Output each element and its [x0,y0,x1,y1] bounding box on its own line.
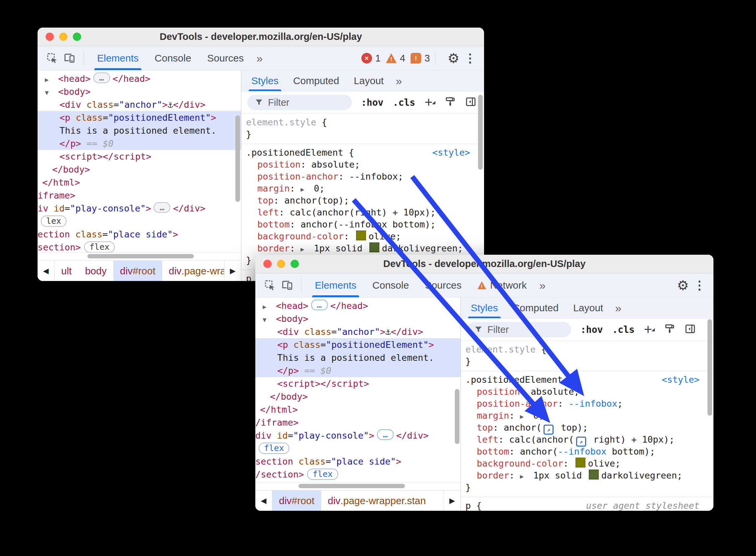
style-line[interactable]: position-anchor: --infobox; [465,398,714,410]
styles-vertical-scrollbar[interactable] [478,95,483,170]
flex-badge[interactable]: flex [84,241,115,252]
style-line[interactable]: border: ▶1px solid darkolivegreen; [465,470,714,482]
flex-badge[interactable]: lex [41,215,67,227]
more-tabs-button[interactable]: » [610,298,626,318]
tab-network[interactable]: !Network [469,273,535,297]
errors-badge[interactable]: ×1 [361,53,381,64]
issues-badge[interactable]: !3 [410,53,430,64]
tree-row[interactable]: This is a positioned element. [38,124,241,137]
tab-styles[interactable]: Styles [244,70,286,91]
tree-row[interactable]: ection class="place side"> [38,228,241,241]
style-line[interactable]: p {user agent stylesheet [465,500,714,511]
style-line[interactable]: position: absolute; [465,386,714,398]
stylesheet-link[interactable]: <style> [432,147,470,159]
new-style-rule-button[interactable]: +◢ [644,323,655,336]
tree-row[interactable]: section>flex [38,241,241,252]
color-swatch-darkolivegreen[interactable] [369,242,379,252]
tree-row[interactable]: /iframe> [255,416,461,429]
breadcrumb-item[interactable]: div#root [113,261,162,281]
search-input[interactable]: Filter [247,95,352,110]
style-line[interactable]: left: calc(anchor(↗ right) + 10px); [465,433,714,446]
tree-horizontal-scrollbar[interactable] [255,482,461,490]
style-line[interactable]: } [465,482,714,493]
breadcrumb-item[interactable]: div.page-wra [162,261,224,281]
tree-row[interactable]: ▶<head>…</head> [38,72,241,85]
more-tabs-button[interactable]: » [391,70,406,91]
crumb-next-button[interactable]: ▶ [443,490,461,511]
pseudo-state-toggle[interactable]: :hov [361,97,383,108]
tree-row[interactable]: ▶<head>…</head> [255,299,461,312]
style-line[interactable]: background-color: olive; [465,458,714,470]
minimize-button[interactable] [277,260,285,268]
ellipsis-expand-button[interactable]: … [154,202,170,213]
close-button[interactable] [263,260,272,268]
tab-console[interactable]: Console [364,273,417,297]
window-titlebar[interactable]: DevTools - developer.mozilla.org/en-US/p… [38,28,484,46]
tree-row[interactable]: </p> == $0 [38,137,241,150]
settings-gear-icon[interactable]: ⚙ [447,50,460,66]
tree-row[interactable]: <div class="anchor">⚓</div> [255,325,461,338]
color-swatch-olive[interactable] [575,458,585,467]
minimize-button[interactable] [59,33,68,41]
tree-row[interactable]: flex [255,442,461,455]
style-line[interactable]: top: anchor(top); [246,195,484,207]
tab-styles[interactable]: Styles [463,298,505,318]
settings-gear-icon[interactable]: ⚙ [677,278,689,293]
tree-row[interactable]: ▼<body> [38,85,241,98]
ellipsis-expand-button[interactable]: … [377,429,394,440]
breadcrumb-item[interactable]: div.page-wrapper.stan [321,490,433,511]
crumb-prev-button[interactable]: ◀ [255,490,272,511]
inspect-element-icon[interactable] [263,278,277,292]
zoom-button[interactable] [291,260,299,268]
style-line[interactable]: margin: ▶0; [465,410,714,422]
tree-row[interactable]: </body> [255,390,461,403]
style-line[interactable]: element.style { [246,116,484,128]
style-line[interactable]: } [246,128,484,140]
breadcrumb-item[interactable]: div#root [272,490,321,511]
style-line[interactable]: border: ▶1px solid darkolivegreen; [246,242,484,254]
stylesheet-link[interactable]: <style> [661,374,699,386]
tab-sources[interactable]: Sources [199,46,252,70]
device-toolbar-icon[interactable] [62,51,77,66]
tree-row[interactable]: div id="play-console">…</div> [255,429,461,442]
tab-computed[interactable]: Computed [505,298,566,318]
tree-horizontal-scrollbar[interactable] [38,252,241,260]
color-swatch-olive[interactable] [356,231,366,240]
overflow-menu-icon[interactable]: ⋮ [464,51,477,65]
style-line[interactable]: .positionedElement {<style> [246,147,484,159]
close-button[interactable] [45,33,54,41]
device-toolbar-icon[interactable] [280,278,294,292]
tree-row[interactable]: <div class="anchor">⚓</div> [38,98,241,111]
toggle-sidebar-icon[interactable] [465,96,476,109]
new-style-rule-button[interactable]: +◢ [425,97,435,108]
anchor-link-icon[interactable]: ↗ [576,437,586,447]
breadcrumb-item[interactable]: ult [55,261,78,281]
tree-row[interactable]: <p class="positionedElement"> [38,111,241,124]
class-toggle[interactable]: .cls [393,97,415,108]
anchor-link-icon[interactable]: ↗ [544,425,553,435]
more-tabs-button[interactable]: » [252,46,267,70]
style-line[interactable]: margin: ▶0; [246,182,484,195]
style-line[interactable]: bottom: anchor(--infobox bottom); [246,218,484,231]
tab-layout[interactable]: Layout [347,70,391,91]
tree-row[interactable]: </html> [38,176,241,189]
tree-row[interactable]: <script></script> [255,377,461,390]
flex-badge[interactable]: flex [307,468,338,480]
zoom-button[interactable] [73,33,81,41]
tab-layout[interactable]: Layout [566,298,610,318]
style-line[interactable]: left: calc(anchor(right) + 10px); [246,207,484,218]
window-titlebar[interactable]: DevTools - developer.mozilla.org/en-US/p… [255,255,714,273]
flex-badge[interactable]: flex [259,443,289,454]
overflow-menu-icon[interactable]: ⋮ [693,278,706,292]
tab-elements[interactable]: Elements [307,273,364,297]
color-swatch-darkolivegreen[interactable] [589,470,599,480]
style-line[interactable]: position: absolute; [246,159,484,171]
pseudo-state-toggle[interactable]: :hov [580,324,603,335]
warnings-badge[interactable]: !4 [386,53,405,64]
styles-vertical-scrollbar[interactable] [708,319,712,416]
ellipsis-expand-button[interactable]: … [94,72,110,83]
tab-sources[interactable]: Sources [417,273,469,297]
tab-console[interactable]: Console [147,46,199,70]
tree-row[interactable]: </p> == $0 [255,364,461,377]
tree-row[interactable]: lex [38,215,241,228]
